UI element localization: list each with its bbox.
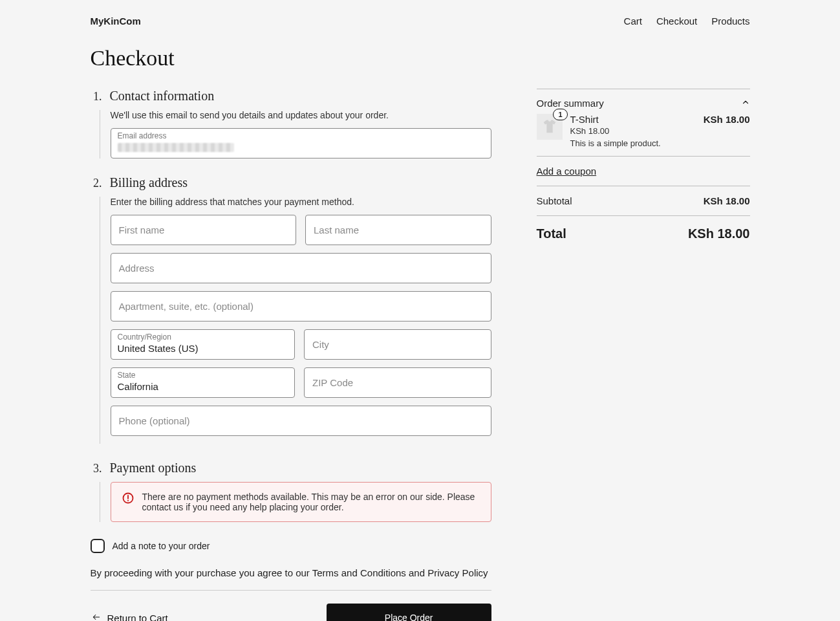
city-input[interactable] [304, 329, 491, 360]
page-title: Checkout [91, 46, 750, 71]
phone-input[interactable] [111, 406, 491, 436]
apartment-input[interactable] [111, 291, 491, 321]
total-value: KSh 18.00 [688, 226, 750, 241]
agree-text: By proceeding with your purchase you agr… [91, 567, 491, 578]
country-select[interactable]: Country/Region United States (US) [111, 329, 296, 360]
step-billing-title: Billing address [110, 175, 188, 190]
place-order-button[interactable]: Place Order [327, 604, 491, 621]
state-label: State [118, 371, 288, 380]
nav-products[interactable]: Products [711, 16, 749, 27]
arrow-left-icon [91, 613, 102, 622]
subtotal-value: KSh 18.00 [704, 195, 750, 206]
subtotal-label: Subtotal [537, 195, 572, 206]
country-label: Country/Region [118, 332, 288, 342]
item-unit-price: KSh 18.00 [570, 126, 696, 136]
total-label: Total [537, 226, 566, 241]
item-thumbnail: 1 [537, 114, 563, 140]
item-line-price: KSh 18.00 [704, 114, 750, 148]
country-value: United States (US) [118, 343, 288, 354]
payment-error-text: There are no payment methods available. … [142, 492, 480, 512]
order-summary-title: Order summary [537, 98, 604, 109]
add-note-checkbox[interactable] [91, 539, 105, 553]
svg-point-2 [127, 500, 128, 501]
address-input[interactable] [111, 253, 491, 283]
add-note-label: Add a note to your order [113, 541, 210, 551]
last-name-input[interactable] [305, 215, 491, 245]
email-field[interactable]: Email address [111, 128, 491, 158]
add-coupon-link[interactable]: Add a coupon [537, 166, 597, 177]
chevron-up-icon[interactable] [741, 98, 750, 109]
nav-checkout[interactable]: Checkout [656, 16, 697, 27]
email-value-redacted [118, 143, 234, 152]
step-payment-title: Payment options [110, 461, 197, 475]
first-name-input[interactable] [111, 215, 297, 245]
email-label: Email address [118, 131, 484, 140]
zip-input[interactable] [304, 367, 491, 398]
state-value: California [118, 381, 288, 392]
step-contact-desc: We'll use this email to send you details… [111, 110, 491, 120]
brand-logo[interactable]: MyKinCom [91, 16, 141, 27]
step-contact-title: Contact information [110, 89, 215, 104]
error-icon [122, 492, 135, 512]
return-label: Return to Cart [107, 613, 168, 622]
state-select[interactable]: State California [111, 367, 296, 398]
top-nav: Cart Checkout Products [624, 16, 750, 27]
return-to-cart-link[interactable]: Return to Cart [91, 613, 168, 622]
item-name: T-Shirt [570, 114, 696, 125]
divider [91, 590, 491, 591]
payment-error-alert: There are no payment methods available. … [111, 482, 491, 522]
nav-cart[interactable]: Cart [624, 16, 642, 27]
item-desc: This is a simple product. [570, 138, 696, 148]
order-item: 1 T-Shirt KSh 18.00 This is a simple pro… [537, 113, 750, 157]
step-billing-desc: Enter the billing address that matches y… [111, 197, 491, 207]
tshirt-icon [541, 118, 559, 136]
